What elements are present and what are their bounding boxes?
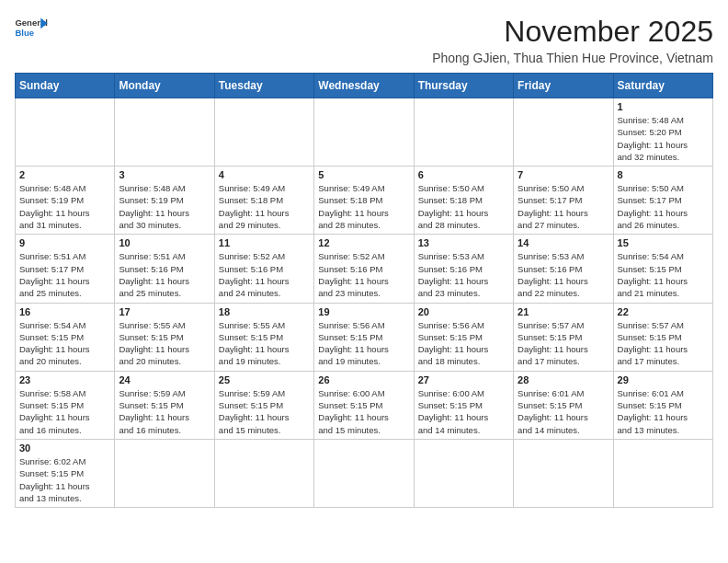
day-number: 25 [219,374,310,385]
day-info: Sunrise: 5:49 AMSunset: 5:18 PMDaylight:… [318,182,409,231]
day-info: Sunrise: 5:59 AMSunset: 5:15 PMDaylight:… [219,387,310,436]
day-cell: 21Sunrise: 5:57 AMSunset: 5:15 PMDayligh… [514,303,613,371]
day-number: 20 [418,306,509,317]
day-cell [115,439,214,507]
day-cell: 15Sunrise: 5:54 AMSunset: 5:15 PMDayligh… [613,235,712,303]
calendar: SundayMondayTuesdayWednesdayThursdayFrid… [15,73,713,508]
day-cell: 14Sunrise: 5:53 AMSunset: 5:16 PMDayligh… [514,235,613,303]
day-number: 14 [518,237,609,248]
week-row-5: 30Sunrise: 6:02 AMSunset: 5:15 PMDayligh… [16,439,713,507]
day-number: 27 [418,374,509,385]
day-cell: 2Sunrise: 5:48 AMSunset: 5:19 PMDaylight… [16,167,115,235]
month-title: November 2025 [432,15,713,49]
day-info: Sunrise: 5:56 AMSunset: 5:15 PMDaylight:… [418,319,509,368]
day-info: Sunrise: 5:51 AMSunset: 5:17 PMDaylight:… [19,250,110,299]
svg-text:Blue: Blue [15,28,34,37]
day-info: Sunrise: 5:57 AMSunset: 5:15 PMDaylight:… [618,319,709,368]
day-number: 30 [19,442,110,454]
day-number: 7 [518,169,609,180]
weekday-friday: Friday [514,74,613,98]
day-number: 9 [19,237,110,248]
day-info: Sunrise: 5:57 AMSunset: 5:15 PMDaylight:… [518,319,609,368]
day-number: 11 [219,237,310,248]
day-cell: 17Sunrise: 5:55 AMSunset: 5:15 PMDayligh… [115,303,214,371]
day-cell [115,98,214,167]
day-number: 24 [119,374,210,385]
day-info: Sunrise: 5:52 AMSunset: 5:16 PMDaylight:… [219,250,310,299]
day-cell: 27Sunrise: 6:00 AMSunset: 5:15 PMDayligh… [414,371,513,439]
day-number: 8 [618,169,709,180]
day-number: 2 [19,169,110,180]
day-cell [414,439,513,507]
day-cell: 5Sunrise: 5:49 AMSunset: 5:18 PMDaylight… [314,167,414,235]
day-number: 29 [618,374,709,385]
day-info: Sunrise: 5:55 AMSunset: 5:15 PMDaylight:… [119,319,210,368]
day-cell: 24Sunrise: 5:59 AMSunset: 5:15 PMDayligh… [115,371,214,439]
day-cell: 10Sunrise: 5:51 AMSunset: 5:16 PMDayligh… [115,235,214,303]
day-info: Sunrise: 5:48 AMSunset: 5:20 PMDaylight:… [618,114,709,163]
title-area: November 2025 Phong GJien, Thua Thien Hu… [432,15,713,65]
day-cell [214,439,313,507]
day-cell: 1Sunrise: 5:48 AMSunset: 5:20 PMDaylight… [613,98,712,167]
week-row-4: 23Sunrise: 5:58 AMSunset: 5:15 PMDayligh… [16,371,713,439]
day-cell: 12Sunrise: 5:52 AMSunset: 5:16 PMDayligh… [314,235,414,303]
day-info: Sunrise: 5:55 AMSunset: 5:15 PMDaylight:… [219,319,310,368]
day-info: Sunrise: 5:58 AMSunset: 5:15 PMDaylight:… [19,387,110,436]
day-cell: 16Sunrise: 5:54 AMSunset: 5:15 PMDayligh… [16,303,115,371]
day-cell: 23Sunrise: 5:58 AMSunset: 5:15 PMDayligh… [16,371,115,439]
day-cell [16,98,115,167]
day-info: Sunrise: 5:54 AMSunset: 5:15 PMDaylight:… [19,319,110,368]
day-info: Sunrise: 5:52 AMSunset: 5:16 PMDaylight:… [318,250,409,299]
day-number: 10 [119,237,210,248]
day-number: 28 [518,374,609,385]
day-info: Sunrise: 6:02 AMSunset: 5:15 PMDaylight:… [19,455,110,504]
day-info: Sunrise: 5:59 AMSunset: 5:15 PMDaylight:… [119,387,210,436]
day-number: 19 [318,306,409,317]
weekday-sunday: Sunday [16,74,115,98]
day-info: Sunrise: 5:50 AMSunset: 5:18 PMDaylight:… [418,182,509,231]
day-number: 15 [618,237,709,248]
day-number: 17 [119,306,210,317]
day-number: 6 [418,169,509,180]
week-row-1: 2Sunrise: 5:48 AMSunset: 5:19 PMDaylight… [16,167,713,235]
day-info: Sunrise: 5:50 AMSunset: 5:17 PMDaylight:… [518,182,609,231]
weekday-tuesday: Tuesday [214,74,313,98]
weekday-saturday: Saturday [613,74,712,98]
day-number: 21 [518,306,609,317]
day-info: Sunrise: 5:48 AMSunset: 5:19 PMDaylight:… [19,182,110,231]
header: General Blue November 2025 Phong GJien, … [15,15,713,65]
day-cell: 19Sunrise: 5:56 AMSunset: 5:15 PMDayligh… [314,303,414,371]
day-number: 5 [318,169,409,180]
day-info: Sunrise: 5:50 AMSunset: 5:17 PMDaylight:… [618,182,709,231]
day-info: Sunrise: 5:56 AMSunset: 5:15 PMDaylight:… [318,319,409,368]
day-cell: 9Sunrise: 5:51 AMSunset: 5:17 PMDaylight… [16,235,115,303]
day-number: 26 [318,374,409,385]
day-number: 22 [618,306,709,317]
day-cell: 29Sunrise: 6:01 AMSunset: 5:15 PMDayligh… [613,371,712,439]
day-cell: 28Sunrise: 6:01 AMSunset: 5:15 PMDayligh… [514,371,613,439]
location-title: Phong GJien, Thua Thien Hue Province, Vi… [432,51,713,65]
day-number: 13 [418,237,509,248]
weekday-wednesday: Wednesday [314,74,414,98]
week-row-2: 9Sunrise: 5:51 AMSunset: 5:17 PMDaylight… [16,235,713,303]
day-cell: 4Sunrise: 5:49 AMSunset: 5:18 PMDaylight… [214,167,313,235]
day-cell [613,439,712,507]
day-info: Sunrise: 6:01 AMSunset: 5:15 PMDaylight:… [518,387,609,436]
day-info: Sunrise: 5:51 AMSunset: 5:16 PMDaylight:… [119,250,210,299]
day-info: Sunrise: 5:54 AMSunset: 5:15 PMDaylight:… [618,250,709,299]
day-number: 12 [318,237,409,248]
day-info: Sunrise: 5:49 AMSunset: 5:18 PMDaylight:… [219,182,310,231]
day-number: 4 [219,169,310,180]
day-cell: 30Sunrise: 6:02 AMSunset: 5:15 PMDayligh… [16,439,115,507]
day-info: Sunrise: 5:53 AMSunset: 5:16 PMDaylight:… [418,250,509,299]
day-number: 23 [19,374,110,385]
day-cell [414,98,513,167]
day-number: 1 [618,101,709,112]
day-info: Sunrise: 5:53 AMSunset: 5:16 PMDaylight:… [518,250,609,299]
calendar-body: 1Sunrise: 5:48 AMSunset: 5:20 PMDaylight… [16,98,713,508]
day-cell [314,98,414,167]
logo: General Blue [15,15,48,37]
day-number: 18 [219,306,310,317]
day-cell: 3Sunrise: 5:48 AMSunset: 5:19 PMDaylight… [115,167,214,235]
day-cell: 26Sunrise: 6:00 AMSunset: 5:15 PMDayligh… [314,371,414,439]
